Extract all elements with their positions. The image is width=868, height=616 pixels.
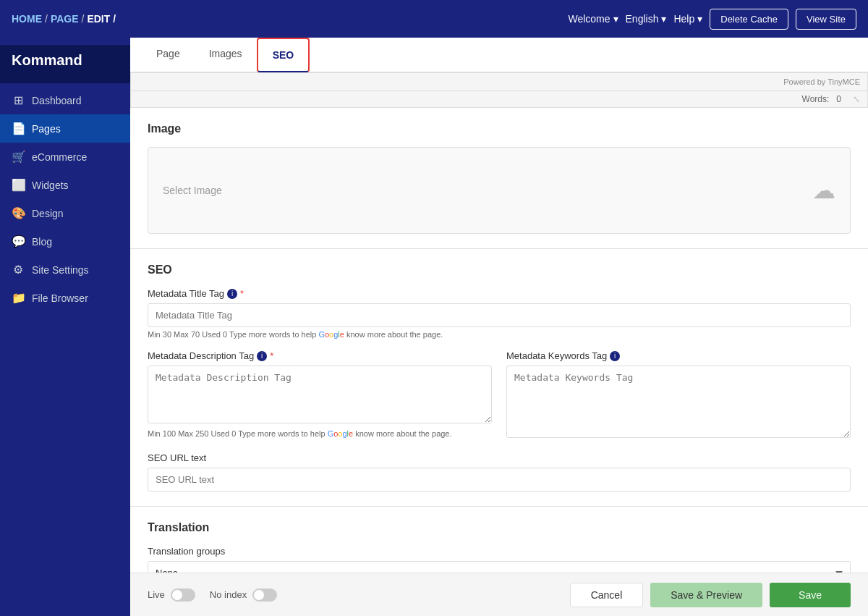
meta-title-info-icon: i — [227, 289, 237, 299]
footer-actions: Cancel Save & Preview Save — [570, 583, 851, 607]
tab-seo[interactable]: SEO — [257, 38, 310, 72]
meta-desc-label: Metadata Description Tag i * — [148, 350, 492, 361]
ecommerce-icon: 🛒 — [12, 150, 25, 164]
live-label: Live — [148, 589, 165, 600]
upload-icon: ☁ — [812, 177, 835, 204]
meta-desc-info-icon: i — [257, 351, 267, 361]
image-select-placeholder: Select Image — [163, 185, 222, 196]
content-scroll: Powered by TinyMCE Words: 0 ⤡ Image Sele… — [130, 72, 868, 573]
sidebar-item-dashboard[interactable]: ⊞ Dashboard — [0, 86, 130, 114]
tab-page[interactable]: Page — [142, 38, 195, 72]
sidebar-item-design[interactable]: 🎨 Design — [0, 199, 130, 227]
save-preview-button[interactable]: Save & Preview — [650, 583, 762, 607]
meta-title-required: * — [240, 288, 244, 299]
breadcrumb-edit: EDIT / — [87, 13, 116, 25]
image-select-area[interactable]: Select Image ☁ — [148, 147, 851, 234]
pages-icon: 📄 — [12, 122, 25, 135]
meta-desc-required: * — [270, 350, 273, 361]
breadcrumb-home[interactable]: HOME — [12, 13, 42, 25]
breadcrumb-sep2: / — [82, 13, 85, 25]
help-dropdown[interactable]: Help ▾ — [673, 13, 702, 25]
site-settings-icon: ⚙ — [12, 263, 25, 277]
meta-keywords-col: Metadata Keywords Tag i — [506, 350, 851, 441]
cancel-button[interactable]: Cancel — [570, 583, 644, 607]
delete-cache-button[interactable]: Delete Cache — [710, 9, 788, 30]
file-browser-icon: 📁 — [12, 291, 25, 305]
sidebar-item-file-browser[interactable]: 📁 File Browser — [0, 284, 130, 312]
words-label: Words: — [802, 94, 830, 104]
sidebar-item-blog[interactable]: 💬 Blog — [0, 227, 130, 256]
translation-groups-select[interactable]: None Group 1 Group 2 — [148, 561, 851, 573]
sidebar-item-ecommerce[interactable]: 🛒 eCommerce — [0, 143, 130, 171]
footer-bar: Live No index Cancel Save & Preview Save — [130, 573, 868, 616]
sidebar-item-pages[interactable]: 📄 Pages — [0, 114, 130, 143]
image-section: Image Select Image ☁ — [130, 108, 868, 249]
noindex-toggle-group: No index — [210, 588, 277, 602]
seo-url-input[interactable] — [148, 468, 851, 491]
breadcrumb: HOME / PAGE / EDIT / — [12, 13, 116, 25]
save-button[interactable]: Save — [770, 583, 851, 607]
meta-keywords-label: Metadata Keywords Tag i — [506, 350, 851, 361]
noindex-label: No index — [210, 589, 247, 600]
seo-section-title: SEO — [148, 263, 851, 277]
words-bar: Words: 0 ⤡ — [130, 91, 868, 108]
noindex-toggle[interactable] — [252, 588, 277, 602]
meta-desc-input[interactable] — [148, 366, 492, 423]
meta-desc-col: Metadata Description Tag i * Min 100 Max… — [148, 350, 492, 441]
sidebar-item-site-settings[interactable]: ⚙ Site Settings — [0, 256, 130, 284]
tab-images[interactable]: Images — [195, 38, 257, 72]
meta-keywords-info-icon: i — [610, 351, 620, 361]
tinymce-bar: Powered by TinyMCE — [130, 72, 868, 91]
words-count: 0 — [836, 94, 841, 104]
meta-title-hint: Min 30 Max 70 Used 0 Type more words to … — [148, 330, 851, 339]
blog-icon: 💬 — [12, 235, 25, 248]
content-area: Page Images SEO Powered by TinyMCE Words… — [130, 38, 868, 616]
breadcrumb-sep1: / — [45, 13, 48, 25]
welcome-dropdown[interactable]: Welcome ▾ — [568, 13, 618, 25]
seo-url-group: SEO URL text — [148, 452, 851, 491]
sidebar: Kommand ⊞ Dashboard 📄 Pages 🛒 eCommerce … — [0, 38, 130, 616]
live-toggle-group: Live — [148, 588, 195, 602]
logo: Kommand — [0, 45, 130, 83]
meta-title-input[interactable] — [148, 303, 851, 327]
seo-section: SEO Metadata Title Tag i * Min 30 Max 70… — [130, 249, 868, 507]
resize-handle: ⤡ — [853, 94, 860, 104]
tinymce-label: Powered by TinyMCE — [783, 77, 860, 86]
design-icon: 🎨 — [12, 206, 25, 220]
view-site-button[interactable]: View Site — [796, 9, 856, 30]
image-section-title: Image — [148, 122, 851, 135]
live-toggle[interactable] — [171, 588, 195, 602]
translation-section-title: Translation — [148, 521, 851, 534]
meta-desc-hint: Min 100 Max 250 Used 0 Type more words t… — [148, 429, 492, 438]
dashboard-icon: ⊞ — [12, 93, 25, 107]
widgets-icon: ⬜ — [12, 178, 25, 192]
sidebar-item-widgets[interactable]: ⬜ Widgets — [0, 171, 130, 199]
language-dropdown[interactable]: English ▾ — [626, 13, 667, 25]
tabs: Page Images SEO — [130, 38, 868, 72]
translation-groups-label: Translation groups — [148, 546, 851, 557]
meta-title-label: Metadata Title Tag i * — [148, 288, 851, 299]
meta-keywords-input[interactable] — [506, 366, 851, 438]
seo-url-label: SEO URL text — [148, 452, 851, 463]
breadcrumb-page[interactable]: PAGE — [51, 13, 79, 25]
translation-section: Translation Translation groups None Grou… — [130, 507, 868, 573]
top-navigation: HOME / PAGE / EDIT / Welcome ▾ English ▾… — [0, 0, 868, 38]
